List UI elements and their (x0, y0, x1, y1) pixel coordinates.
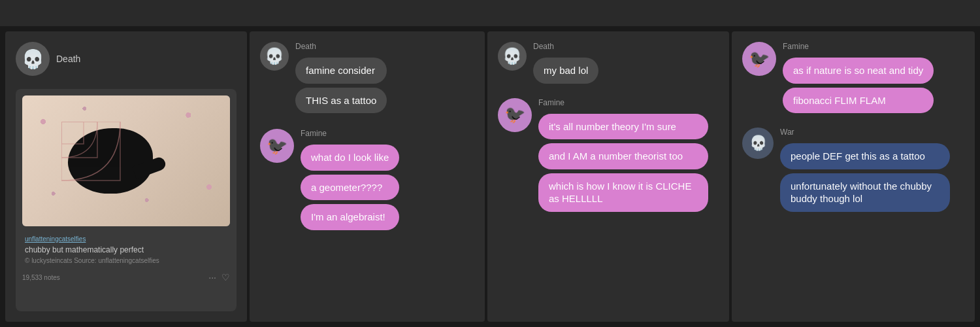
svg-rect-1 (61, 122, 97, 158)
post-meta: © luckysteincats Source: unflatteningcat… (25, 257, 227, 264)
top-bar (0, 0, 980, 26)
famine-msg-p4-1: as if nature is so neat and tidy (783, 58, 934, 84)
panel-2: 💀 Death famine consider THIS as a tattoo… (250, 31, 485, 322)
famine-msg-p3-2: and I AM a number theorist too (538, 143, 708, 169)
famine-msg-3: I'm an algebraist! (301, 204, 399, 230)
famine-bubbles-p3: Famine it's all number theory I'm sure a… (538, 98, 708, 212)
famine-username-p4: Famine (783, 42, 934, 51)
death-msg-row-p3: 💀 Death my bad lol (498, 42, 719, 84)
famine-bubbles-p4: Famine as if nature is so neat and tidy … (783, 42, 934, 113)
more-icon[interactable]: ··· (208, 272, 216, 283)
svg-rect-0 (61, 122, 120, 181)
skull-icon-p2: 💀 (265, 47, 284, 65)
famine-msg-2: a geometer???? (301, 175, 399, 201)
spiral-svg (61, 122, 159, 213)
famine-bubbles: Famine what do I look like a geometer???… (301, 129, 399, 230)
post-notes: 19,533 notes (22, 274, 60, 281)
war-msg-p4-1: people DEF get this as a tattoo (780, 143, 950, 169)
death-bubbles-p3: Death my bad lol (533, 42, 598, 84)
post-source: unflatteningcatselfies (25, 235, 227, 243)
famine-msg-row-p4: 🐦‍⬛ Famine as if nature is so neat and t… (742, 42, 964, 113)
death-bubbles: Death famine consider THIS as a tattoo (295, 42, 387, 113)
heart-icon[interactable]: ♡ (221, 272, 230, 283)
avatar-famine-p3: 🐦‍⬛ (498, 98, 532, 132)
tumblr-post: unflatteningcatselfies chubby but mathem… (16, 89, 237, 311)
death-msg-p3-1: my bad lol (533, 58, 598, 84)
death-username-p2: Death (295, 42, 387, 51)
death-username-p3: Death (533, 42, 598, 51)
death-msg-row: 💀 Death famine consider THIS as a tattoo (260, 42, 474, 113)
cat-scene (22, 95, 230, 226)
panel-1: 💀 Death (5, 31, 247, 322)
panels-container: 💀 Death (0, 26, 980, 327)
famine-skull-p2: 🐦‍⬛ (267, 136, 287, 156)
post-image (22, 95, 230, 226)
famine-msg-row-p3: 🐦‍⬛ Famine it's all number theory I'm su… (498, 98, 719, 212)
skull-icon-p3: 💀 (502, 47, 522, 65)
famine-skull-p3: 🐦‍⬛ (504, 105, 525, 125)
famine-msg-1: what do I look like (301, 145, 399, 171)
post-caption: unflatteningcatselfies chubby but mathem… (22, 232, 230, 268)
famine-msg-row: 🐦‍⬛ Famine what do I look like a geomete… (260, 129, 474, 230)
famine-skull-p4: 🐦‍⬛ (749, 49, 770, 69)
post-footer: 19,533 notes ··· ♡ (22, 272, 230, 283)
avatar-death-p3: 💀 (498, 42, 527, 71)
famine-username-p3: Famine (538, 98, 708, 107)
war-msg-p4-2: unfortunately without the chubby buddy t… (780, 173, 950, 212)
post-text: chubby but mathematically perfect (25, 245, 227, 254)
famine-msg-p4-2: fibonacci FLIM FLAM (783, 88, 934, 114)
famine-msg-p3-1: it's all number theory I'm sure (538, 114, 708, 140)
war-msg-row-p4: 💀 War people DEF get this as a tattoo un… (742, 128, 964, 212)
war-skull-p4: 💀 (749, 135, 767, 152)
famine-msg-p3-3: which is how I know it is CLICHE as HELL… (538, 173, 708, 212)
post-actions[interactable]: ··· ♡ (208, 272, 230, 283)
death-username: Death (56, 54, 80, 64)
death-msg-2: THIS as a tattoo (295, 88, 387, 114)
panel-4: 🐦‍⬛ Famine as if nature is so neat and t… (732, 31, 975, 322)
svg-rect-2 (61, 122, 84, 144)
panel-3: 💀 Death my bad lol 🐦‍⬛ Famine it's all n… (487, 31, 729, 322)
avatar-famine-p2: 🐦‍⬛ (260, 129, 294, 163)
avatar-death-p2: 💀 (260, 42, 289, 71)
avatar-famine-p4: 🐦‍⬛ (742, 42, 776, 76)
skull-icon: 💀 (22, 48, 44, 70)
death-msg-1: famine consider (295, 58, 387, 84)
war-username-p4: War (780, 128, 950, 137)
war-bubbles-p4: War people DEF get this as a tattoo unfo… (780, 128, 950, 212)
avatar-death: 💀 (16, 42, 50, 76)
famine-username-p2: Famine (301, 129, 399, 138)
avatar-war-p4: 💀 (742, 128, 774, 159)
death-header: 💀 Death (16, 42, 237, 76)
